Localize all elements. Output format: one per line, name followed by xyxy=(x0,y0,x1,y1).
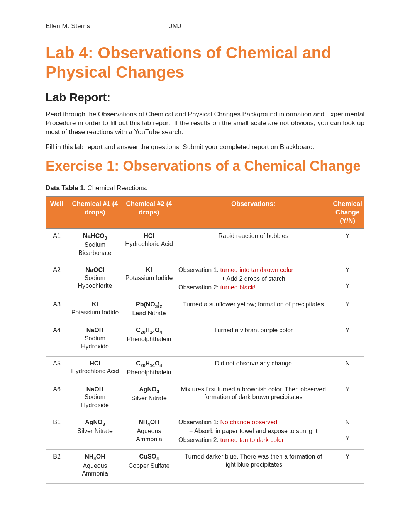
cell-chem2: HClHydrochloric Acid xyxy=(122,229,176,263)
change-value: Y xyxy=(333,326,362,335)
cell-change: Y xyxy=(330,229,364,263)
chem1-name: Aqueous Ammonia xyxy=(70,462,120,478)
chem1-formula: NaOH xyxy=(86,386,103,393)
author-name: Ellen M. Sterns xyxy=(46,22,169,30)
cell-change: Y xyxy=(330,450,364,484)
col-well: Well xyxy=(46,196,68,229)
table-row: A4NaOHSodium HydroxideC20H14O4Phenolphth… xyxy=(46,323,364,356)
observation-red-text: No change observed xyxy=(220,419,278,425)
chem2-name: Hydrochloric Acid xyxy=(124,240,174,248)
lab-title: Lab 4: Observations of Chemical and Phys… xyxy=(46,43,364,82)
chem1-name: Sodium Bicarbonate xyxy=(70,241,120,257)
table-row: A3KIPotassium IodidePb(NO3)2Lead Nitrate… xyxy=(46,297,364,323)
cell-observations: Turned a sunflower yellow; formation of … xyxy=(176,297,330,323)
observation-text: Turned darker blue. There was then a for… xyxy=(178,453,328,469)
chem2-name: Phenolphthalein xyxy=(124,335,174,343)
cell-chem1: NH4OHAqueous Ammonia xyxy=(68,450,122,484)
cell-well: B1 xyxy=(46,415,68,449)
observation-line: Observation 2: turned tan to dark color xyxy=(178,436,328,444)
exercise-title: Exercise 1: Observations of a Chemical C… xyxy=(46,158,364,174)
cell-observations: Observation 1: No change observed+ Absor… xyxy=(176,415,330,449)
col-change: Chemical Change (Y/N) xyxy=(330,196,364,229)
cell-change: N xyxy=(330,356,364,382)
observation-text: Rapid reaction of bubbles xyxy=(178,232,328,240)
cell-chem2: CuSO4Copper Sulfate xyxy=(122,450,176,484)
chem1-formula: HCl xyxy=(90,360,100,367)
cell-well: A5 xyxy=(46,356,68,382)
table-row: A2NaOClSodium HypochloriteKIPotassium Io… xyxy=(46,263,364,297)
table-caption-rest: Chemical Reactions. xyxy=(86,184,148,192)
table-body: A1NaHCO3Sodium BicarbonateHClHydrochlori… xyxy=(46,229,364,483)
observation-line: Observation 2: turned black! xyxy=(178,284,328,292)
cell-well: A4 xyxy=(46,323,68,356)
change-value: Y xyxy=(333,435,362,443)
change-value: Y xyxy=(333,282,362,290)
chem2-name: Lead Nitrate xyxy=(124,309,174,318)
change-value: N xyxy=(333,360,362,368)
data-table: Well Chemical #1 (4 drops) Chemical #2 (… xyxy=(46,196,364,484)
table-header-row: Well Chemical #1 (4 drops) Chemical #2 (… xyxy=(46,196,364,229)
observation-line: Observation 1: turned into tan/brown col… xyxy=(178,266,328,274)
cell-chem1: NaOHSodium Hydroxide xyxy=(68,382,122,415)
chem2-formula: CuSO4 xyxy=(139,453,159,460)
cell-chem2: NH4OHAqueous Ammonia xyxy=(122,415,176,449)
chem2-name: Aqueous Ammonia xyxy=(124,427,174,444)
chem1-name: Sodium Hydroxide xyxy=(70,393,120,410)
observation-text: Turned a sunflower yellow; formation of … xyxy=(178,301,328,309)
chem2-formula: C20H14O4 xyxy=(136,327,162,333)
observation-prefix: Observation 1: xyxy=(178,419,220,425)
col-observations: Observations: xyxy=(176,196,330,229)
cell-observations: Rapid reaction of bubbles xyxy=(176,229,330,263)
change-value: Y xyxy=(333,453,362,461)
change-value: Y xyxy=(333,266,362,274)
observation-red-text: turned tan to dark color xyxy=(220,437,284,443)
page-header: Ellen M. Sterns JMJ xyxy=(46,22,364,30)
chem1-formula: NaOH xyxy=(86,327,103,333)
cell-change: Y xyxy=(330,382,364,415)
table-row: A1NaHCO3Sodium BicarbonateHClHydrochlori… xyxy=(46,229,364,263)
change-value: Y xyxy=(333,386,362,394)
header-center: JMJ xyxy=(169,22,181,30)
observation-step: + Add 2 drops of starch xyxy=(178,275,328,283)
chem2-name: Silver Nitrate xyxy=(124,394,174,403)
observation-prefix: Observation 2: xyxy=(178,284,220,291)
observation-red-text: turned into tan/brown color xyxy=(220,267,293,273)
chem1-name: Silver Nitrate xyxy=(70,427,120,435)
chem2-formula: NH4OH xyxy=(139,419,159,425)
cell-chem1: NaOHSodium Hydroxide xyxy=(68,323,122,356)
change-value xyxy=(333,427,362,435)
cell-chem1: NaHCO3Sodium Bicarbonate xyxy=(68,229,122,263)
cell-observations: Mixtures first turned a brownish color. … xyxy=(176,382,330,415)
table-caption: Data Table 1. Chemical Reactions. xyxy=(46,184,364,192)
cell-well: A2 xyxy=(46,263,68,297)
cell-chem2: C20H14O4Phenolphthalein xyxy=(122,323,176,356)
cell-change: Y Y xyxy=(330,263,364,297)
observation-step: + Absorb in paper towel and expose to su… xyxy=(178,427,328,435)
col-chem2: Chemical #2 (4 drops) xyxy=(122,196,176,229)
table-row: B2NH4OHAqueous AmmoniaCuSO4Copper Sulfat… xyxy=(46,450,364,484)
cell-chem2: KIPotassium Iodide xyxy=(122,263,176,297)
observation-prefix: Observation 1: xyxy=(178,267,220,273)
cell-chem2: Pb(NO3)2Lead Nitrate xyxy=(122,297,176,323)
cell-chem1: AgNO3Silver Nitrate xyxy=(68,415,122,449)
observation-prefix: Observation 2: xyxy=(178,437,220,443)
cell-change: Y xyxy=(330,323,364,356)
change-value: N xyxy=(333,418,362,427)
lab-report-heading: Lab Report: xyxy=(46,91,364,104)
chem1-name: Sodium Hypochlorite xyxy=(70,274,120,291)
cell-chem2: C20H14O4Phenolphthalein xyxy=(122,356,176,382)
cell-observations: Turned darker blue. There was then a for… xyxy=(176,450,330,484)
col-chem1: Chemical #1 (4 drops) xyxy=(68,196,122,229)
intro-paragraph-2: Fill in this lab report and answer the q… xyxy=(46,143,364,152)
chem2-name: Copper Sulfate xyxy=(124,462,174,470)
chem2-formula: AgNO3 xyxy=(139,386,159,393)
table-row: A6NaOHSodium HydroxideAgNO3Silver Nitrat… xyxy=(46,382,364,415)
chem2-name: Phenolphthalein xyxy=(124,369,174,377)
cell-well: B2 xyxy=(46,450,68,484)
table-row: B1AgNO3Silver NitrateNH4OHAqueous Ammoni… xyxy=(46,415,364,449)
observation-text: Mixtures first turned a brownish color. … xyxy=(178,386,328,402)
chem2-formula: HCl xyxy=(144,233,154,239)
observation-red-text: turned black! xyxy=(220,284,256,291)
chem1-formula: NaHCO3 xyxy=(83,233,107,239)
cell-well: A6 xyxy=(46,382,68,415)
